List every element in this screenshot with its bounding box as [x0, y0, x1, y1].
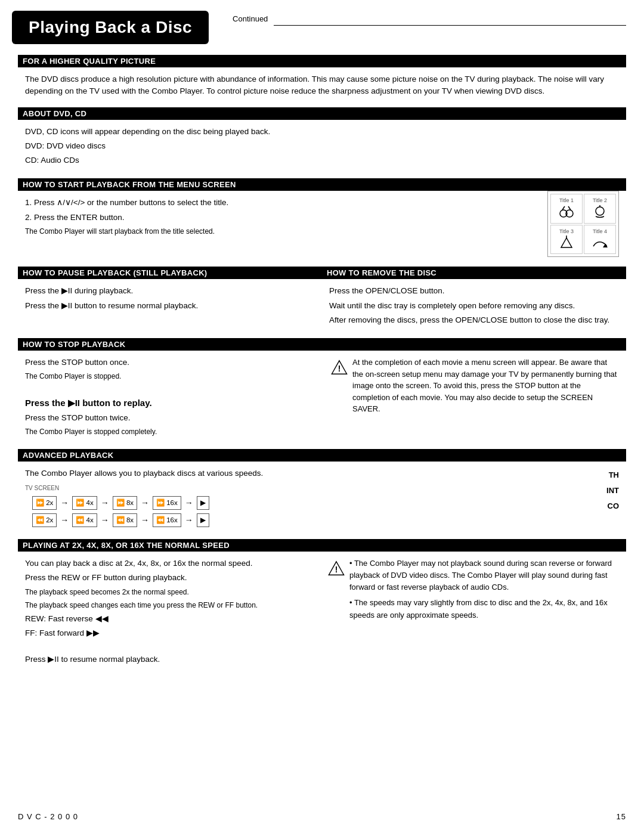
pause-remove-row: HOW TO PAUSE PLAYBACK (STILL PLAYBACK) P…	[18, 261, 626, 332]
playing-at-resume: Press ▶II to resume normal playback.	[25, 654, 316, 665]
section-body-about-dvd: DVD, CD icons will appear depending on t…	[18, 123, 626, 173]
speed-8x-fwd: ⏩ 8x	[113, 496, 137, 510]
section-header-advanced: ADVANCED PLAYBACK	[18, 449, 626, 462]
section-body-remove: Press the OPEN/CLOSE button. Wait until …	[322, 283, 626, 332]
speed-4x-rev: ⏪ 4x	[72, 513, 97, 527]
section-header-stop: HOW TO STOP PLAYBACK	[18, 338, 626, 351]
page-header: Playing Back a Disc Continued	[0, 0, 644, 44]
pause-line1: Press the ▶II during playback.	[25, 285, 315, 297]
thumb-title-2: Title 2	[584, 194, 616, 224]
playing-at-right-text: • The Combo Player may not playback soun…	[349, 558, 619, 624]
section-pause-playback: HOW TO PAUSE PLAYBACK (STILL PLAYBACK) P…	[18, 261, 322, 332]
section-header-higher-quality: FOR A HIGHER QUALITY PICTURE	[18, 55, 626, 67]
svg-line-3	[568, 206, 571, 210]
speed-8x-rev: ⏪ 8x	[113, 513, 137, 527]
stop-two-col: Press the STOP button once. The Combo Pl…	[25, 357, 619, 439]
forward-speed-diagram: ⏩ 2x → ⏩ 4x → ⏩ 8x → ⏩ 16x → ▶	[32, 496, 571, 510]
section-body-higher-quality: The DVD discs produce a high resolution …	[18, 71, 626, 101]
speed-16x-fwd: ⏩ 16x	[153, 496, 181, 510]
svg-line-2	[562, 206, 565, 210]
advanced-left: The Combo Player allows you to playback …	[25, 467, 571, 529]
svg-text:!: !	[338, 364, 341, 373]
playing-at-two-col: You can play back a disc at 2x, 4x, 8x, …	[25, 558, 619, 668]
warning-icon-playing: !	[328, 558, 345, 580]
speed-16x-rev: ⏪ 16x	[153, 513, 181, 527]
advanced-header-label: ADVANCED PLAYBACK	[23, 451, 113, 460]
section-header-about-dvd: ABOUT DVD, CD	[18, 107, 626, 120]
start-step1: 1. Press ∧/∨/</> or the number buttons t…	[25, 197, 619, 209]
reverse-speed-diagram: ⏪ 2x → ⏪ 4x → ⏪ 8x → ⏪ 16x → ▶	[32, 513, 571, 527]
section-body-advanced: The Combo Player allows you to playback …	[18, 465, 626, 533]
playing-bullet1: • The Combo Player may not playback soun…	[349, 558, 619, 593]
stop-right: ! At the completion of each movie a menu…	[325, 357, 619, 439]
section-body-pause: Press the ▶II during playback. Press the…	[18, 283, 322, 318]
arrow-2: →	[101, 497, 109, 509]
thumb-title-4: Title 4	[584, 225, 616, 255]
arrow-6: →	[101, 514, 109, 527]
svg-marker-6	[561, 238, 572, 247]
thumb-title-3: Title 3	[550, 225, 583, 255]
page-footer: D V C - 2 0 0 0 15	[18, 812, 626, 821]
speed-2x-rev: ⏪ 2x	[32, 513, 57, 527]
svg-text:!: !	[335, 565, 338, 574]
page-wrapper: Playing Back a Disc Continued FOR A HIGH…	[0, 0, 644, 690]
playing-at-rew: REW: Fast reverse ◀◀	[25, 613, 316, 625]
section-header-remove: HOW TO REMOVE THE DISC	[322, 267, 626, 279]
section-body-stop: Press the STOP button once. The Combo Pl…	[18, 354, 626, 443]
section-advanced-playback: ADVANCED PLAYBACK The Combo Player allow…	[18, 449, 626, 533]
section-body-playing-at: You can play back a disc at 2x, 4x, 8x, …	[18, 555, 626, 672]
section-stop-playback: HOW TO STOP PLAYBACK Press the STOP butt…	[18, 338, 626, 443]
playing-at-line4: The playback speed changes each time you…	[25, 600, 316, 611]
section-header-playing-at: PLAYING AT 2X, 4X, 8X, OR 16X THE NORMAL…	[18, 539, 626, 552]
playing-at-right: ! • The Combo Player may not playback so…	[328, 558, 619, 668]
advanced-body-inner: The Combo Player allows you to playback …	[25, 467, 619, 529]
arrow-4: →	[185, 497, 193, 509]
stop-line2: The Combo Player is stopped.	[25, 371, 313, 382]
main-content: FOR A HIGHER QUALITY PICTURE The DVD dis…	[0, 55, 644, 690]
model-number: D V C - 2 0 0 0	[18, 812, 78, 821]
pause-line2: Press the ▶II button to resume normal pl…	[25, 300, 315, 312]
start-note: The Combo Player will start playback fro…	[25, 226, 619, 237]
section-remove-disc: HOW TO REMOVE THE DISC Press the OPEN/CL…	[322, 261, 626, 332]
section-start-playback: HOW TO START PLAYBACK FROM THE MENU SCRE…	[18, 178, 626, 261]
about-dvd-body: DVD, CD icons will appear depending on t…	[25, 126, 619, 138]
advanced-right-partial: TH INT CO	[583, 467, 619, 529]
warning-icon-stop: !	[331, 357, 348, 379]
section-header-start-playback: HOW TO START PLAYBACK FROM THE MENU SCRE…	[18, 178, 626, 191]
stop-left: Press the STOP button once. The Combo Pl…	[25, 357, 313, 439]
section-header-pause: HOW TO PAUSE PLAYBACK (STILL PLAYBACK)	[18, 267, 322, 279]
stop-line1: Press the STOP button once.	[25, 357, 313, 368]
page-number: 15	[617, 812, 626, 821]
playing-at-line2: Press the REW or FF button during playba…	[25, 572, 316, 584]
playing-bullet2: • The speeds may vary slightly from disc…	[349, 597, 619, 621]
menu-screen-thumbnail: Title 1 Title 2 Title 3 Title 4	[547, 191, 619, 257]
svg-point-4	[596, 207, 604, 215]
about-dvd-cd-line: CD: Audio CDs	[25, 154, 619, 166]
arrow-8: →	[185, 514, 193, 527]
playing-at-ff: FF: Fast forward ▶▶	[25, 627, 316, 639]
about-dvd-dvd-line: DVD: DVD video discs	[25, 140, 619, 152]
arrow-5: →	[60, 514, 69, 527]
section-playing-at: PLAYING AT 2X, 4X, 8X, OR 16X THE NORMAL…	[18, 539, 626, 672]
playing-at-left: You can play back a disc at 2x, 4x, 8x, …	[25, 558, 316, 668]
section-body-start-playback: Title 1 Title 2 Title 3 Title 4	[18, 194, 626, 261]
arrow-1: →	[60, 497, 69, 509]
advanced-body-text: The Combo Player allows you to playback …	[25, 467, 571, 479]
section-about-dvd: ABOUT DVD, CD DVD, CD icons will appear …	[18, 107, 626, 173]
thumb-title-1: Title 1	[550, 194, 583, 224]
arrow-3: →	[141, 497, 149, 509]
page-title: Playing Back a Disc	[12, 11, 209, 44]
stop-line4: Press the STOP button twice.	[25, 412, 313, 424]
remove-line3: After removing the discs, press the OPEN…	[329, 314, 619, 326]
stop-right-text: At the completion of each movie a menu s…	[352, 357, 619, 415]
stop-line5: The Combo Player is stopped completely.	[25, 426, 313, 437]
playing-at-line1: You can play back a disc at 2x, 4x, 8x, …	[25, 558, 316, 569]
stop-line3: Press the ▶II button to replay.	[25, 397, 313, 410]
arrow-7: →	[141, 514, 149, 527]
section-higher-quality: FOR A HIGHER QUALITY PICTURE The DVD dis…	[18, 55, 626, 101]
remove-line2: Wait until the disc tray is completely o…	[329, 300, 619, 312]
speed-play-rev: ▶	[197, 513, 209, 527]
speed-2x-fwd: ⏩ 2x	[32, 496, 57, 510]
continued-label: Continued	[233, 14, 268, 23]
header-line	[274, 25, 626, 26]
